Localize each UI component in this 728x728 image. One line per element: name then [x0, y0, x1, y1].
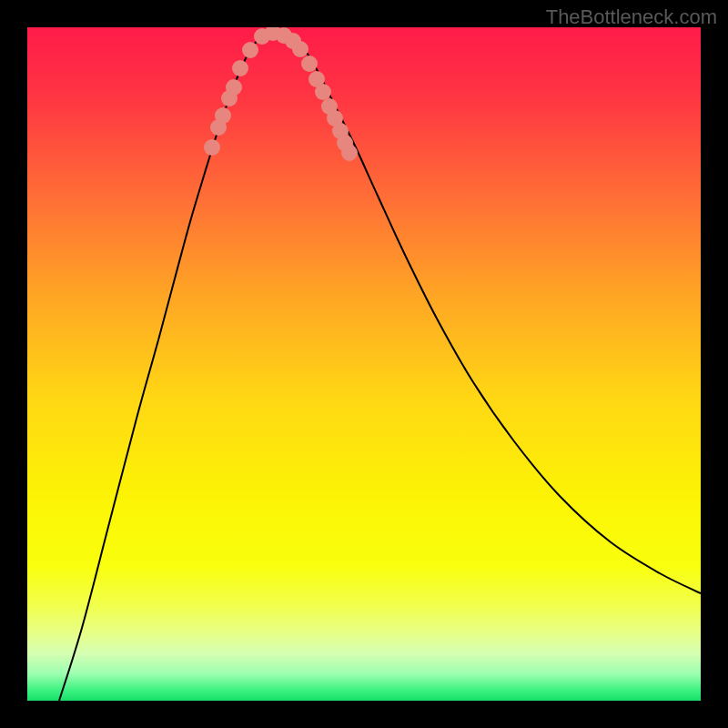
bottleneck-curve [59, 32, 701, 701]
marker-dot [242, 42, 258, 58]
marker-dot [215, 107, 231, 124]
chart-curve-layer [27, 27, 701, 701]
marker-dot [232, 60, 248, 76]
marker-dot [204, 139, 220, 156]
marker-dots-group [204, 27, 358, 161]
watermark-text: TheBottleneck.com [546, 5, 717, 29]
marker-dot [292, 41, 308, 57]
marker-dot [301, 56, 318, 72]
chart-plot-area [27, 27, 701, 701]
marker-dot [341, 145, 358, 161]
marker-dot [315, 84, 331, 100]
marker-dot [226, 79, 242, 96]
